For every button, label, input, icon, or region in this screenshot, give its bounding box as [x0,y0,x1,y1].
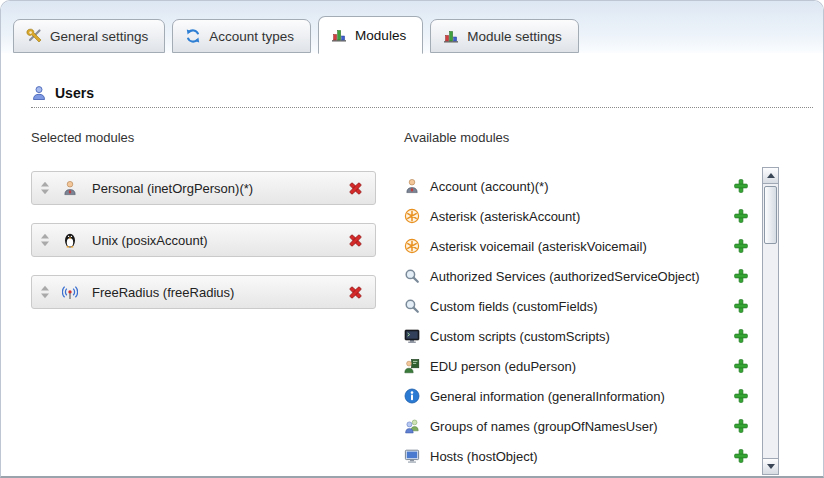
user-icon [31,85,47,101]
available-module-label: Custom fields (customFields) [430,299,598,314]
drag-handle-icon[interactable] [40,181,50,195]
edu-person-icon [404,358,420,374]
add-icon[interactable] [734,299,748,313]
refresh-icon [185,28,201,44]
add-icon[interactable] [734,419,748,433]
available-module-label: Asterisk (asteriskAccount) [430,209,580,224]
add-icon[interactable] [734,389,748,403]
available-modules-heading: Available modules [404,130,779,145]
available-module-label: Hosts (hostObject) [430,449,538,464]
add-icon[interactable] [734,239,748,253]
available-module-label: Authorized Services (authorizedServiceOb… [430,269,700,284]
lam-config-window: General settings Account types Modules M… [0,0,824,478]
person-icon [62,180,78,196]
host-icon [404,448,420,464]
chart-icon [331,27,347,43]
selected-module-row[interactable]: Unix (posixAccount) [31,223,376,257]
tab-general-settings[interactable]: General settings [13,19,165,53]
available-module-label: Account (account)(*) [430,179,549,194]
scrollbar-thumb[interactable] [764,186,777,244]
available-module-row: Authorized Services (authorizedServiceOb… [404,261,762,291]
drag-handle-icon[interactable] [40,285,50,299]
available-module-row: EDU person (eduPerson) [404,351,762,381]
chart-icon [443,28,459,44]
arrow-down-icon [767,464,775,469]
tab-label: Module settings [467,29,562,44]
scrollbar-track[interactable] [763,184,778,458]
modules-tab-content: Users Selected modules Personal (inetOrg… [1,53,823,475]
delete-icon[interactable] [348,233,363,248]
available-module-row: Hosts (hostObject) [404,441,762,471]
available-module-row: Asterisk (asteriskAccount) [404,201,762,231]
tab-label: Modules [355,28,406,43]
module-columns: Selected modules Personal (inetOrgPerson… [1,108,823,475]
selected-module-label: Unix (posixAccount) [92,233,208,248]
penguin-icon [62,232,78,248]
available-module-label: General information (generalInformation) [430,389,665,404]
scroll-up-button[interactable] [763,168,778,184]
magnifier-icon [404,298,420,314]
available-module-row: Asterisk voicemail (asteriskVoicemail) [404,231,762,261]
arrow-up-icon [767,173,775,178]
drag-handle-icon[interactable] [40,233,50,247]
magnifier-icon [404,268,420,284]
scroll-down-button[interactable] [763,458,778,474]
asterisk-icon [404,208,420,224]
tab-module-settings[interactable]: Module settings [430,19,579,53]
available-module-row: General information (generalInformation) [404,381,762,411]
delete-icon[interactable] [348,285,363,300]
tab-label: Account types [209,29,294,44]
available-modules-panel: Available modules Account (account)(*) A… [404,130,779,475]
selected-module-row[interactable]: FreeRadius (freeRadius) [31,275,376,309]
users-section-header: Users [31,85,813,108]
available-module-row: Custom scripts (customScripts) [404,321,762,351]
available-module-label: Asterisk voicemail (asteriskVoicemail) [430,239,647,254]
available-module-label: EDU person (eduPerson) [430,359,576,374]
tools-icon [26,28,42,44]
selected-module-label: Personal (inetOrgPerson)(*) [92,181,253,196]
selected-module-row[interactable]: Personal (inetOrgPerson)(*) [31,171,376,205]
available-modules-list: Account (account)(*) Asterisk (asteriskA… [404,171,762,475]
delete-icon[interactable] [348,181,363,196]
selected-module-label: FreeRadius (freeRadius) [92,285,234,300]
available-module-row: Custom fields (customFields) [404,291,762,321]
tab-modules[interactable]: Modules [318,16,423,54]
tab-label: General settings [50,29,148,44]
available-module-label: Groups of names (groupOfNamesUser) [430,419,658,434]
add-icon[interactable] [734,269,748,283]
asterisk-icon [404,238,420,254]
tab-account-types[interactable]: Account types [172,19,311,53]
terminal-icon [404,328,420,344]
person-icon [404,178,420,194]
available-module-label: Custom scripts (customScripts) [430,329,610,344]
selected-modules-panel: Selected modules Personal (inetOrgPerson… [31,130,376,475]
antenna-icon [62,284,78,300]
add-icon[interactable] [734,179,748,193]
tab-bar: General settings Account types Modules M… [1,1,823,53]
available-module-row: Groups of names (groupOfNamesUser) [404,411,762,441]
add-icon[interactable] [734,209,748,223]
group-icon [404,418,420,434]
section-title: Users [55,85,94,101]
selected-modules-heading: Selected modules [31,130,376,145]
available-module-row: Account (account)(*) [404,171,762,201]
add-icon[interactable] [734,329,748,343]
add-icon[interactable] [734,359,748,373]
available-modules-scrollbar[interactable] [762,167,779,475]
info-icon [404,388,420,404]
add-icon[interactable] [734,449,748,463]
